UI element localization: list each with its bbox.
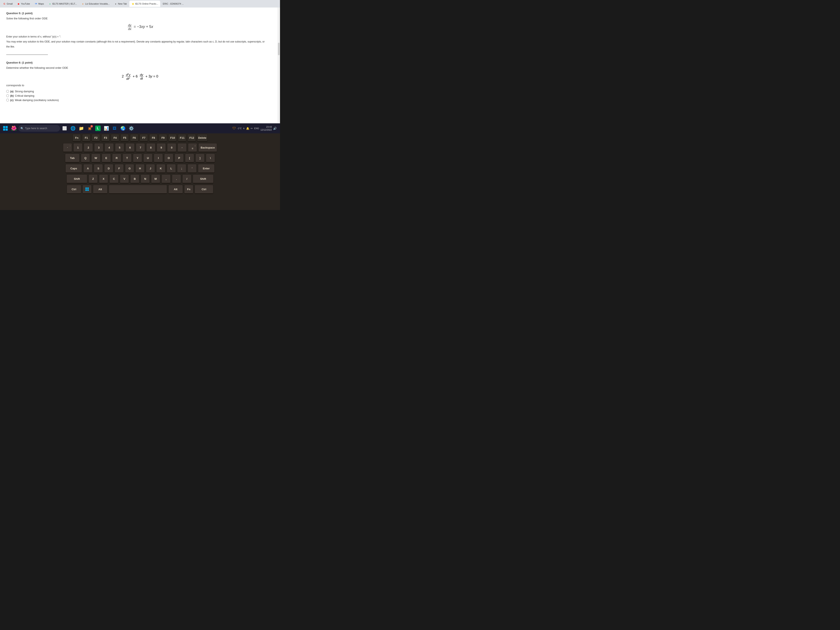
tab-youtube[interactable]: ▶ YouTube xyxy=(15,1,32,7)
key-delete[interactable]: Delete xyxy=(197,134,207,142)
key-v[interactable]: V xyxy=(120,174,129,183)
key-h[interactable]: H xyxy=(136,164,145,173)
key-f12[interactable]: F12 xyxy=(188,134,196,142)
tab-ielts-master[interactable]: ● IELTS MASTER | IELT... xyxy=(46,1,79,7)
key-1[interactable]: 1 xyxy=(73,143,82,152)
key-7[interactable]: 7 xyxy=(136,143,145,152)
photos-button[interactable]: 🖼 xyxy=(111,125,118,132)
key-o[interactable]: O xyxy=(164,153,173,163)
tab-liz-edu[interactable]: ● Liz Education Vocabla... xyxy=(79,1,112,7)
key-6[interactable]: 6 xyxy=(125,143,134,152)
key-8[interactable]: 8 xyxy=(146,143,155,152)
answer-input-line[interactable] xyxy=(6,51,48,55)
key-r[interactable]: R xyxy=(112,153,121,163)
system-tray-expand-icon[interactable]: ∧ xyxy=(243,127,245,130)
settings-button[interactable]: ⚙️ xyxy=(128,125,135,132)
key-x[interactable]: X xyxy=(99,174,108,183)
key-f6[interactable]: F6 xyxy=(130,134,138,142)
key-f10[interactable]: F10 xyxy=(168,134,177,142)
key-minus[interactable]: - xyxy=(177,143,187,152)
key-f11[interactable]: F11 xyxy=(178,134,186,142)
radio-choice-b[interactable] xyxy=(6,95,9,97)
scrollbar-thumb[interactable] xyxy=(278,43,279,55)
key-e[interactable]: E xyxy=(102,153,111,163)
key-b[interactable]: B xyxy=(130,174,139,183)
key-alt-right[interactable]: Alt xyxy=(168,185,183,194)
key-k[interactable]: K xyxy=(156,164,166,173)
pinned-app-1[interactable]: ▣ 1 xyxy=(86,125,93,132)
key-i[interactable]: I xyxy=(154,153,163,163)
system-clock[interactable]: 23:43 12/12/2022 xyxy=(261,125,272,131)
key-shift-left[interactable]: Shift xyxy=(66,174,87,183)
key-c[interactable]: C xyxy=(109,174,118,183)
taskbar-search-box[interactable]: 🔍 Type here to search xyxy=(18,125,60,132)
key-4[interactable]: 4 xyxy=(104,143,114,152)
task-view-button[interactable]: ⬜ xyxy=(61,125,68,132)
tab-gmail[interactable]: G Gmail xyxy=(1,1,15,7)
key-fn[interactable]: Fn xyxy=(73,134,81,142)
key-f2[interactable]: F2 xyxy=(92,134,100,142)
key-j[interactable]: J xyxy=(146,164,155,173)
key-w[interactable]: W xyxy=(91,153,100,163)
radio-choice-a[interactable] xyxy=(6,90,9,93)
key-g[interactable]: G xyxy=(125,164,134,173)
key-5[interactable]: 5 xyxy=(115,143,124,152)
choice-a[interactable]: (a) Strong damping xyxy=(6,90,274,93)
key-l[interactable]: L xyxy=(167,164,176,173)
key-f8[interactable]: F8 xyxy=(149,134,158,142)
file-explorer-button[interactable]: 📁 xyxy=(77,125,85,132)
edge-app-button[interactable]: 🌐 xyxy=(69,125,77,132)
key-d[interactable]: D xyxy=(104,164,113,173)
key-3[interactable]: 3 xyxy=(94,143,103,152)
key-shift-right[interactable]: Shift xyxy=(193,174,213,183)
key-q[interactable]: Q xyxy=(81,153,90,163)
key-z[interactable]: Z xyxy=(88,174,98,183)
choice-c[interactable]: (c) Weak damping (oscillatory solutions) xyxy=(6,98,274,102)
speaker-icon[interactable]: 🔊 xyxy=(273,127,277,130)
key-slash[interactable]: / xyxy=(182,174,191,183)
key-period[interactable]: . xyxy=(172,174,181,183)
key-win[interactable] xyxy=(82,185,92,194)
excel-button[interactable]: 📊 xyxy=(103,125,110,132)
key-m[interactable]: M xyxy=(151,174,160,183)
key-u[interactable]: U xyxy=(143,153,153,163)
key-backspace[interactable]: Backspace xyxy=(198,143,217,152)
tab-ielts-online[interactable]: ⭐ IELTS Online Practic... xyxy=(129,1,160,7)
key-semicolon[interactable]: ; xyxy=(177,164,186,173)
tab-maps[interactable]: 🗺 Maps xyxy=(33,1,46,7)
choice-b[interactable]: (b) Critical damping xyxy=(6,94,274,97)
page-scrollbar[interactable] xyxy=(278,8,280,125)
start-button[interactable] xyxy=(2,125,9,132)
key-tab[interactable]: Tab xyxy=(65,153,80,163)
key-0[interactable]: 0 xyxy=(167,143,176,152)
key-quote[interactable]: ' xyxy=(188,164,197,173)
key-f3[interactable]: F3 xyxy=(101,134,110,142)
key-rbracket[interactable]: ] xyxy=(196,153,205,163)
radio-choice-c[interactable] xyxy=(6,99,9,101)
key-space[interactable] xyxy=(109,185,167,194)
key-alt-left[interactable]: Alt xyxy=(93,185,107,194)
tab-new-tab[interactable]: ● New Tab xyxy=(112,1,129,7)
key-f7[interactable]: F7 xyxy=(140,134,148,142)
key-s[interactable]: S xyxy=(94,164,103,173)
key-f9[interactable]: F9 xyxy=(159,134,167,142)
tab-eric[interactable]: ERIC - ED606374 ... xyxy=(161,1,186,7)
key-f4[interactable]: F4 xyxy=(111,134,119,142)
key-enter[interactable]: Enter xyxy=(198,164,215,173)
key-y[interactable]: Y xyxy=(133,153,142,163)
key-equals[interactable]: += xyxy=(188,143,197,152)
key-p[interactable]: P xyxy=(175,153,184,163)
key-n[interactable]: N xyxy=(141,174,150,183)
l-app-button[interactable]: L xyxy=(94,125,102,132)
key-f1[interactable]: F1 xyxy=(82,134,90,142)
key-capslock[interactable]: Caps xyxy=(65,164,82,173)
key-backslash[interactable]: \ xyxy=(206,153,215,163)
key-a[interactable]: A xyxy=(83,164,93,173)
key-ctrl-right[interactable]: Ctrl xyxy=(194,185,213,194)
key-f[interactable]: F xyxy=(115,164,124,173)
key-9[interactable]: 9 xyxy=(157,143,166,152)
key-t[interactable]: T xyxy=(123,153,132,163)
key-fn-right[interactable]: Fn xyxy=(184,185,193,194)
key-backtick[interactable]: ~` xyxy=(63,143,72,152)
chrome-button[interactable]: 🌏 xyxy=(119,125,127,132)
